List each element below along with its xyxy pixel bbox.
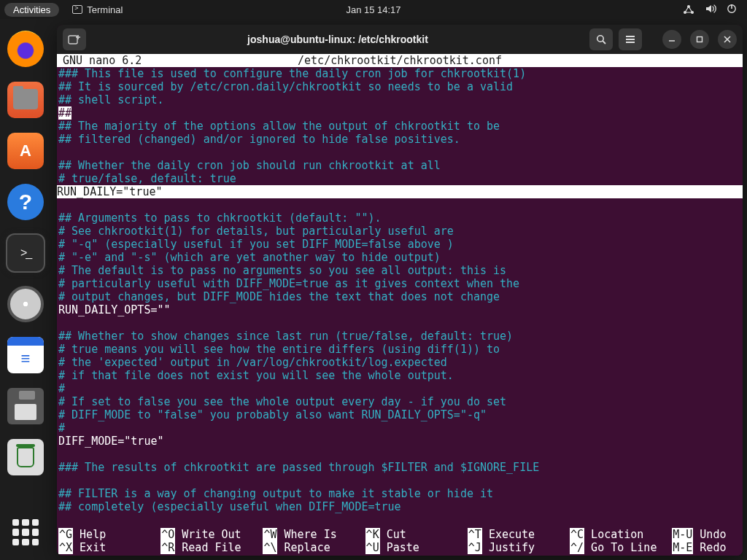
nano-shortcut: ^T Execute — [468, 528, 570, 541]
dock-save[interactable] — [7, 388, 44, 424]
focused-app-label: Terminal — [87, 4, 123, 15]
file-line[interactable]: ## Arguments to pass to chkrootkit (defa… — [57, 211, 743, 225]
dock: ? — [0, 19, 51, 560]
nano-shortcut: M-U Undo — [672, 528, 741, 541]
new-tab-button[interactable] — [63, 28, 86, 50]
dock-help[interactable]: ? — [7, 184, 44, 220]
file-line[interactable] — [57, 198, 743, 211]
file-buffer[interactable]: ### This file is used to configure the d… — [57, 67, 743, 513]
nano-editor[interactable]: GNU nano 6.2 /etc/chkrootkit/chkrootkit.… — [57, 54, 743, 556]
file-line[interactable]: DIFF_MODE="true" — [57, 435, 743, 448]
power-icon[interactable] — [727, 4, 737, 16]
nano-shortcut: ^K Cut — [365, 528, 468, 541]
nano-shortcut: ^G Help — [58, 528, 160, 541]
nano-version: GNU nano 6.2 — [63, 54, 142, 67]
file-line[interactable]: # true means you will see how the entire… — [57, 343, 743, 356]
nano-shortcut: ^J Justify — [468, 541, 570, 554]
file-line[interactable]: # If set to false you see the whole outp… — [57, 395, 743, 408]
file-line[interactable] — [57, 474, 743, 487]
file-line[interactable]: # — [57, 382, 743, 395]
file-line[interactable]: ## FILTER is a way of changing output to… — [57, 487, 743, 500]
file-line[interactable]: # the 'expected' output in /var/log/chkr… — [57, 356, 743, 369]
file-line[interactable]: RUN_DAILY_OPTS="" — [57, 303, 743, 316]
file-line[interactable]: ## — [57, 106, 743, 120]
nano-shortcut: ^\ Replace — [263, 541, 365, 554]
dock-notes[interactable] — [7, 337, 44, 373]
nano-shortcut: ^X Exit — [58, 541, 160, 554]
svg-rect-14 — [697, 37, 703, 42]
focused-app-indicator[interactable]: Terminal — [72, 4, 123, 15]
window-maximize[interactable] — [690, 30, 709, 49]
dock-terminal[interactable] — [7, 235, 44, 271]
nano-shortcut: ^C Location — [570, 528, 672, 541]
file-line[interactable]: # — [57, 421, 743, 435]
file-line[interactable] — [57, 316, 743, 330]
file-line[interactable]: ### This file is used to configure the d… — [57, 67, 743, 80]
file-line[interactable]: ## Whether the daily cron job should run… — [57, 159, 743, 172]
dock-software[interactable] — [7, 133, 44, 169]
dock-disc[interactable] — [7, 286, 44, 322]
volume-icon[interactable] — [705, 4, 716, 16]
file-line[interactable]: ## The majority of the options allow the… — [57, 120, 743, 133]
file-line[interactable]: # particularly useful with DIFF_MODE=tru… — [57, 277, 743, 290]
dock-firefox[interactable] — [7, 31, 44, 67]
nano-shortcut: ^U Paste — [365, 541, 468, 554]
terminal-icon — [72, 5, 82, 14]
file-line[interactable]: ### The results of chkrootkit are passed… — [57, 461, 743, 474]
file-line[interactable] — [57, 448, 743, 461]
window-titlebar: joshua@ubuntu-linux: /etc/chkrootkit — [57, 25, 743, 54]
search-button[interactable] — [589, 28, 613, 50]
network-icon[interactable] — [683, 4, 694, 15]
svg-point-8 — [597, 36, 603, 42]
file-line[interactable]: ## It is sourced by /etc/cron.daily/chkr… — [57, 80, 743, 93]
window-minimize[interactable] — [662, 30, 681, 49]
file-line[interactable]: ## filtered (changed) and/or ignored to … — [57, 133, 743, 146]
file-line[interactable] — [57, 146, 743, 159]
show-applications[interactable] — [12, 519, 39, 545]
file-line[interactable]: # "-e" and "-s" (which are yet another w… — [57, 251, 743, 264]
terminal-window: joshua@ubuntu-linux: /etc/chkrootkit GNU… — [57, 25, 743, 556]
dock-trash[interactable] — [7, 439, 44, 475]
dock-files[interactable] — [7, 82, 44, 118]
nano-titlebar: GNU nano 6.2 /etc/chkrootkit/chkrootkit.… — [57, 54, 743, 67]
nano-shortcut: ^O Write Out — [160, 528, 263, 541]
nano-shortcut: ^/ Go To Line — [570, 541, 672, 554]
window-title: joshua@ubuntu-linux: /etc/chkrootkit — [92, 34, 584, 45]
file-line[interactable]: ## shell script. — [57, 93, 743, 106]
file-line[interactable]: # true/false, default: true — [57, 172, 743, 185]
file-line[interactable]: # "-q" (especially useful if you set DIF… — [57, 238, 743, 251]
nano-shortcut: ^R Read File — [160, 541, 263, 554]
hamburger-menu[interactable] — [619, 28, 642, 50]
clock[interactable]: Jan 15 14:17 — [346, 4, 400, 15]
file-line[interactable]: # The default is to pass no arguments so… — [57, 264, 743, 277]
nano-shortcut: ^W Where Is — [263, 528, 365, 541]
gnome-top-panel: Activities Terminal Jan 15 14:17 — [0, 0, 747, 19]
activities-button[interactable]: Activities — [4, 3, 59, 17]
file-line[interactable]: # See chkrootkit(1) for details, but par… — [57, 225, 743, 238]
file-line[interactable]: RUN_DAILY="true" — [57, 185, 743, 198]
file-line[interactable]: # output changes, but DIFF_MODE hides th… — [57, 290, 743, 303]
nano-filename: /etc/chkrootkit/chkrootkit.conf — [298, 54, 502, 67]
file-line[interactable]: # DIFF_MODE to "false" you probably also… — [57, 408, 743, 421]
nano-shortcut: M-E Redo — [672, 541, 741, 554]
nano-shortcut-bar: ^G Help^O Write Out^W Where Is^K Cut^T E… — [57, 528, 743, 556]
file-line[interactable]: ## completely (especially useful when DI… — [57, 500, 743, 513]
svg-line-9 — [603, 41, 605, 44]
file-line[interactable]: # if that file does not exist you will s… — [57, 369, 743, 382]
file-line[interactable]: ## Whether to show changes since last ru… — [57, 330, 743, 343]
window-close[interactable] — [718, 30, 737, 49]
